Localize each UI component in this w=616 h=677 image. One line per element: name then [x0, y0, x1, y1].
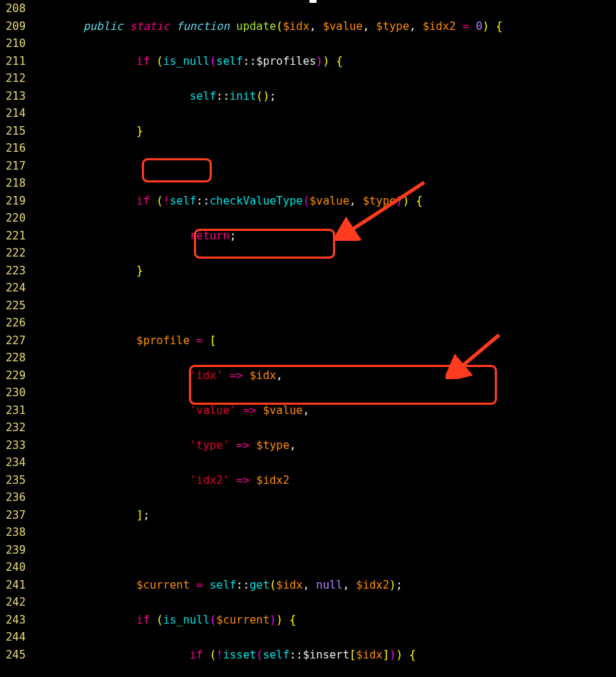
line-number: 226 — [0, 314, 30, 332]
code-line[interactable]: if (!self::checkValueType($value, $type)… — [30, 192, 503, 210]
function-name: update — [236, 20, 276, 33]
code-line[interactable]: if (is_null(self::$profiles)) { — [30, 53, 503, 71]
member-insert: $insert — [303, 648, 349, 661]
line-number: 214 — [0, 105, 30, 123]
line-number: 242 — [0, 594, 30, 611]
code-line[interactable]: } — [30, 262, 503, 280]
line-number: 234 — [0, 454, 30, 472]
code-line[interactable]: if (!isset(self::$insert[$idx])) { — [30, 646, 503, 664]
str-idx: 'idx' — [190, 369, 223, 382]
line-number: 232 — [0, 419, 30, 437]
line-number: 243 — [0, 611, 30, 629]
line-number: 219 — [0, 192, 30, 210]
code-line[interactable]: 'idx2' => $idx2 — [30, 472, 503, 490]
line-number: 211 — [0, 53, 30, 71]
line-number: 215 — [0, 123, 30, 140]
keyword-static: static — [130, 20, 170, 33]
param-type: $type — [376, 20, 409, 33]
str-idx2: 'idx2' — [190, 474, 230, 487]
self: self — [170, 195, 196, 207]
line-number: 241 — [0, 577, 30, 594]
var-profile: $profile — [136, 334, 190, 347]
call-get: get — [250, 579, 270, 591]
var-current: $current — [136, 579, 190, 591]
code-area[interactable]: public static function update($idx, $val… — [30, 0, 503, 677]
default-zero: 0 — [476, 20, 482, 33]
self: self — [216, 55, 242, 68]
line-number: 216 — [0, 140, 30, 157]
line-number: 244 — [0, 629, 30, 646]
code-line[interactable]: $current = self::get($idx, null, $idx2); — [30, 577, 503, 594]
line-number: 227 — [0, 332, 30, 350]
line-number: 218 — [0, 175, 30, 192]
line-number: 236 — [0, 489, 30, 507]
line-number-gutter: 208 209 210 211 212 213 214 215 216 217 … — [0, 0, 30, 663]
code-line[interactable] — [30, 157, 503, 175]
call-init: init — [230, 90, 256, 103]
keyword-if: if — [136, 195, 150, 207]
param-idx: $idx — [283, 20, 309, 33]
line-number: 230 — [0, 384, 30, 402]
line-number: 238 — [0, 524, 30, 542]
line-number: 235 — [0, 472, 30, 490]
code-line[interactable]: 'type' => $type, — [30, 437, 503, 455]
line-number: 231 — [0, 402, 30, 420]
line-number: 220 — [0, 210, 30, 227]
code-line[interactable]: if (is_null($current)) { — [30, 611, 503, 629]
line-number: 221 — [0, 227, 30, 245]
code-line[interactable]: 'value' => $value, — [30, 402, 503, 420]
line-number: 233 — [0, 437, 30, 455]
code-line[interactable]: $profile = [ — [30, 332, 503, 350]
line-number: 210 — [0, 35, 30, 53]
code-line[interactable] — [30, 297, 503, 315]
line-number: 225 — [0, 297, 30, 315]
line-number: 223 — [0, 262, 30, 280]
line-number: 240 — [0, 559, 30, 577]
line-number: 245 — [0, 646, 30, 664]
line-number: 217 — [0, 157, 30, 175]
line-number: 228 — [0, 349, 30, 367]
line-number: 209 — [0, 18, 30, 36]
call-checkvaluetype: checkValueType — [210, 195, 303, 207]
line-number: 224 — [0, 279, 30, 297]
line-number: 213 — [0, 88, 30, 105]
code-line[interactable]: return; — [30, 227, 503, 245]
line-number: 212 — [0, 70, 30, 88]
str-type: 'type' — [190, 439, 230, 452]
param-idx2: $idx2 — [423, 20, 456, 33]
line-number: 237 — [0, 507, 30, 524]
call-isset: isset — [223, 648, 257, 661]
line-number: 239 — [0, 542, 30, 559]
code-line[interactable]: ]; — [30, 507, 503, 524]
member-profiles: $profiles — [256, 55, 316, 68]
param-value: $value — [323, 20, 363, 33]
code-line[interactable]: 'idx' => $idx, — [30, 367, 503, 385]
keyword-public: public — [83, 20, 123, 33]
code-line[interactable]: } — [30, 123, 503, 140]
code-line[interactable] — [30, 542, 503, 559]
self: self — [190, 90, 216, 103]
keyword-function: function — [176, 20, 230, 33]
keyword-if: if — [136, 55, 150, 68]
keyword-return: return — [190, 229, 230, 242]
call-isnull: is_null — [163, 55, 210, 68]
code-line[interactable]: self::init(); — [30, 88, 503, 105]
str-value: 'value' — [190, 404, 236, 417]
line-number: 229 — [0, 367, 30, 385]
line-number: 208 — [0, 0, 30, 18]
code-line[interactable]: public static function update($idx, $val… — [30, 18, 503, 36]
line-number: 222 — [0, 244, 30, 262]
literal-null: null — [316, 579, 342, 591]
